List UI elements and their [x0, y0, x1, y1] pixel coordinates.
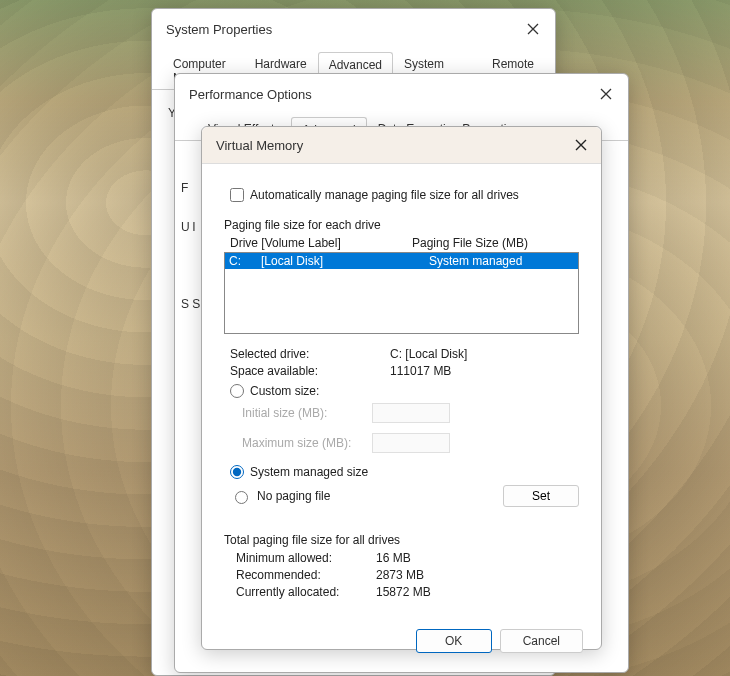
- auto-manage-checkbox[interactable]: [230, 188, 244, 202]
- space-available-value: 111017 MB: [390, 364, 451, 378]
- custom-size-radio[interactable]: [230, 384, 244, 398]
- allocated-value: 15872 MB: [376, 585, 431, 599]
- drive-row[interactable]: C: [Local Disk] System managed: [225, 253, 578, 269]
- maximum-size-label: Maximum size (MB):: [242, 436, 372, 450]
- space-available-row: Space available: 111017 MB: [230, 364, 579, 378]
- no-paging-row: No paging file Set: [230, 485, 579, 507]
- set-button[interactable]: Set: [503, 485, 579, 507]
- drive-list[interactable]: C: [Local Disk] System managed: [224, 252, 579, 334]
- custom-size-row: Custom size:: [230, 384, 579, 398]
- totals-group: Total paging file size for all drives Mi…: [220, 525, 583, 599]
- system-managed-row: System managed size: [230, 465, 579, 479]
- initial-size-label: Initial size (MB):: [242, 406, 372, 420]
- obscured-label: S: [192, 297, 200, 311]
- obscured-label: I: [192, 220, 200, 234]
- recommended-value: 2873 MB: [376, 568, 424, 582]
- selected-drive-label: Selected drive:: [230, 347, 390, 361]
- drive-paging-size: System managed: [415, 254, 574, 268]
- system-properties-title: System Properties: [166, 22, 272, 37]
- selected-drive-value: C: [Local Disk]: [390, 347, 467, 361]
- virtual-memory-title: Virtual Memory: [216, 138, 303, 153]
- obscured-label: U: [181, 220, 189, 234]
- custom-size-label[interactable]: Custom size:: [250, 384, 319, 398]
- virtual-memory-body: Automatically manage paging file size fo…: [202, 164, 601, 663]
- system-managed-label[interactable]: System managed size: [250, 465, 368, 479]
- close-icon[interactable]: [594, 82, 618, 106]
- virtual-memory-titlebar: Virtual Memory: [202, 127, 601, 164]
- ok-button[interactable]: OK: [416, 629, 492, 653]
- recommended-label: Recommended:: [236, 568, 376, 582]
- performance-options-title: Performance Options: [189, 87, 312, 102]
- drive-list-header: Drive [Volume Label] Paging File Size (M…: [224, 234, 579, 252]
- system-managed-radio[interactable]: [230, 465, 244, 479]
- system-properties-titlebar: System Properties: [152, 9, 555, 45]
- initial-size-input: [372, 403, 450, 423]
- maximum-size-row: Maximum size (MB):: [242, 433, 579, 453]
- minimum-row: Minimum allowed: 16 MB: [236, 551, 579, 565]
- recommended-row: Recommended: 2873 MB: [236, 568, 579, 582]
- selected-drive-row: Selected drive: C: [Local Disk]: [230, 347, 579, 361]
- close-icon[interactable]: [569, 133, 593, 157]
- group-legend-each-drive: Paging file size for each drive: [224, 218, 579, 232]
- obscured-label: F: [181, 181, 189, 195]
- drive-header-col2: Paging File Size (MB): [412, 236, 528, 250]
- space-available-label: Space available:: [230, 364, 390, 378]
- virtual-memory-dialog: Virtual Memory Automatically manage pagi…: [201, 126, 602, 650]
- drive-volume-label: [Local Disk]: [261, 254, 415, 268]
- minimum-label: Minimum allowed:: [236, 551, 376, 565]
- no-paging-radio[interactable]: [235, 491, 248, 504]
- obscured-label: S: [181, 297, 189, 311]
- drive-header-col1: Drive [Volume Label]: [230, 236, 412, 250]
- auto-manage-label[interactable]: Automatically manage paging file size fo…: [250, 188, 519, 202]
- performance-options-titlebar: Performance Options: [175, 74, 628, 110]
- paging-per-drive-group: Paging file size for each drive Drive [V…: [220, 210, 583, 507]
- no-paging-label[interactable]: No paging file: [257, 489, 330, 503]
- vmem-button-row: OK Cancel: [220, 629, 583, 653]
- maximum-size-input: [372, 433, 450, 453]
- allocated-row: Currently allocated: 15872 MB: [236, 585, 579, 599]
- cancel-button[interactable]: Cancel: [500, 629, 583, 653]
- allocated-label: Currently allocated:: [236, 585, 376, 599]
- initial-size-row: Initial size (MB):: [242, 403, 579, 423]
- close-icon[interactable]: [521, 17, 545, 41]
- drive-letter: C:: [229, 254, 261, 268]
- totals-legend: Total paging file size for all drives: [224, 533, 579, 547]
- minimum-value: 16 MB: [376, 551, 411, 565]
- auto-manage-row: Automatically manage paging file size fo…: [230, 188, 583, 202]
